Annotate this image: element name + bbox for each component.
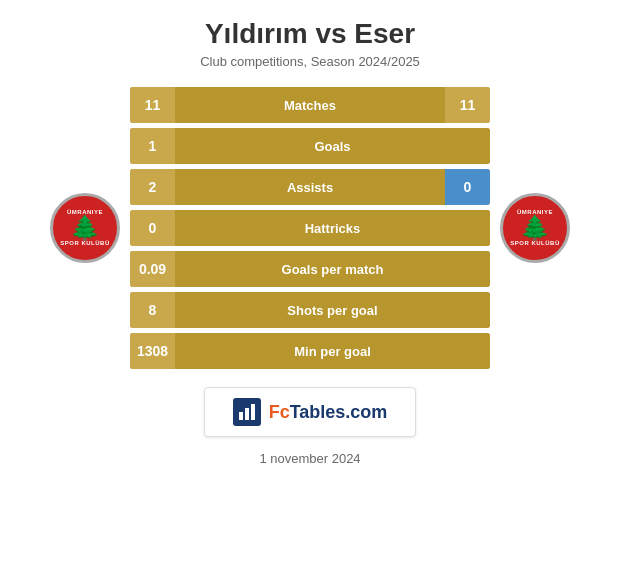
logo-left-bottom-text: SPOR KULÜBÜ [60, 240, 110, 247]
fctables-banner[interactable]: FcTables.com [204, 387, 417, 437]
stat-gpm-label: Goals per match [175, 251, 490, 287]
stat-matches-left: 11 [130, 87, 175, 123]
stats-container: 11 Matches 11 1 Goals 2 Assists 0 0 Hatt… [130, 87, 490, 369]
svg-rect-2 [251, 404, 255, 420]
logo-right-bottom-text: SPOR KULÜBÜ [510, 240, 560, 247]
stat-row-min-per-goal: 1308 Min per goal [130, 333, 490, 369]
page-subtitle: Club competitions, Season 2024/2025 [200, 54, 420, 69]
stat-assists-right: 0 [445, 169, 490, 205]
stat-row-assists: 2 Assists 0 [130, 169, 490, 205]
tree-icon-right: 🌲 [520, 216, 550, 240]
svg-rect-0 [239, 412, 243, 420]
page-wrapper: Yıldırım vs Eser Club competitions, Seas… [0, 0, 620, 580]
footer-date: 1 november 2024 [259, 451, 360, 466]
stat-mpg-label: Min per goal [175, 333, 490, 369]
fctables-logo-icon [233, 398, 261, 426]
tree-icon-left: 🌲 [70, 216, 100, 240]
page-title: Yıldırım vs Eser [205, 18, 415, 50]
stat-hattricks-left: 0 [130, 210, 175, 246]
logo-left-container: ÜMRANIYE 🌲 SPOR KULÜBÜ [40, 193, 130, 263]
stat-row-hattricks: 0 Hattricks [130, 210, 490, 246]
stat-row-shots-per-goal: 8 Shots per goal [130, 292, 490, 328]
stat-hattricks-label: Hattricks [175, 210, 490, 246]
stat-goals-left: 1 [130, 128, 175, 164]
main-content: ÜMRANIYE 🌲 SPOR KULÜBÜ 11 Matches 11 1 G… [10, 87, 610, 369]
stat-assists-label: Assists [175, 169, 445, 205]
stat-spg-label: Shots per goal [175, 292, 490, 328]
stat-goals-label: Goals [175, 128, 490, 164]
team-logo-left: ÜMRANIYE 🌲 SPOR KULÜBÜ [50, 193, 120, 263]
stat-matches-label: Matches [175, 87, 445, 123]
svg-rect-1 [245, 408, 249, 420]
stat-mpg-left: 1308 [130, 333, 175, 369]
logo-right-container: ÜMRANIYE 🌲 SPOR KULÜBÜ [490, 193, 580, 263]
team-logo-right: ÜMRANIYE 🌲 SPOR KULÜBÜ [500, 193, 570, 263]
fc-text: Fc [269, 402, 290, 422]
stat-spg-left: 8 [130, 292, 175, 328]
tables-text: Tables.com [290, 402, 388, 422]
stat-row-goals: 1 Goals [130, 128, 490, 164]
stat-row-goals-per-match: 0.09 Goals per match [130, 251, 490, 287]
fctables-text: FcTables.com [269, 402, 388, 423]
stat-assists-left: 2 [130, 169, 175, 205]
fctables-chart-icon [237, 402, 257, 422]
stat-row-matches: 11 Matches 11 [130, 87, 490, 123]
stat-matches-right: 11 [445, 87, 490, 123]
stat-gpm-left: 0.09 [130, 251, 175, 287]
